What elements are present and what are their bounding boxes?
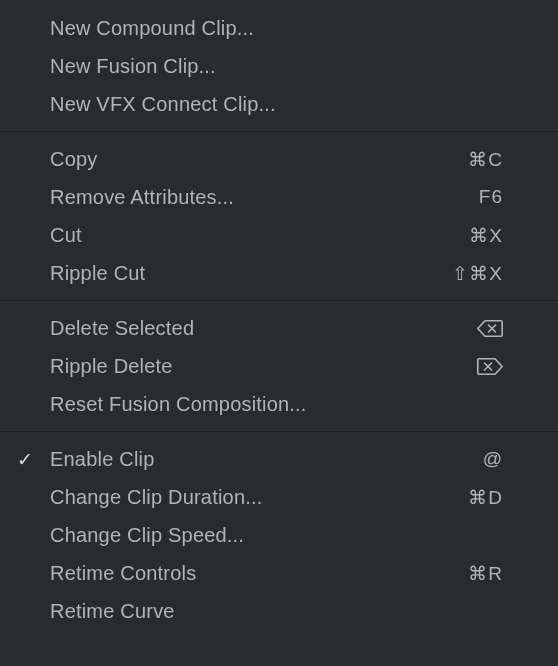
menu-item-label: Copy (50, 148, 433, 171)
menu-item[interactable]: Retime Controls⌘R (0, 554, 558, 592)
context-menu: New Compound Clip...New Fusion Clip...Ne… (0, 0, 558, 639)
menu-item[interactable]: New VFX Connect Clip... (0, 85, 558, 123)
menu-item-label: New Fusion Clip... (50, 55, 433, 78)
backspace-icon (477, 320, 503, 337)
menu-item-label: Remove Attributes... (50, 186, 433, 209)
menu-item-label: New Compound Clip... (50, 17, 433, 40)
menu-item[interactable]: Copy⌘C (0, 140, 558, 178)
menu-item-shortcut: ⌘X (433, 224, 503, 247)
menu-item-label: Enable Clip (50, 448, 433, 471)
menu-item-shortcut (433, 320, 503, 337)
menu-item[interactable]: Cut⌘X (0, 216, 558, 254)
forward-delete-icon (477, 358, 503, 375)
menu-item-label: Retime Controls (50, 562, 433, 585)
menu-item[interactable]: ✓Enable Clip@ (0, 440, 558, 478)
checkmark-icon: ✓ (0, 448, 50, 471)
menu-item-label: Change Clip Duration... (50, 486, 433, 509)
menu-item-label: Ripple Cut (50, 262, 433, 285)
menu-item[interactable]: Reset Fusion Composition... (0, 385, 558, 423)
menu-item-shortcut: F6 (433, 186, 503, 208)
menu-item[interactable]: Ripple Cut⇧⌘X (0, 254, 558, 292)
menu-item[interactable]: Ripple Delete (0, 347, 558, 385)
menu-item-label: Ripple Delete (50, 355, 433, 378)
menu-item-label: Delete Selected (50, 317, 433, 340)
menu-separator (0, 431, 558, 432)
menu-item[interactable]: Delete Selected (0, 309, 558, 347)
menu-item-shortcut: ⌘R (433, 562, 503, 585)
menu-item[interactable]: Change Clip Speed... (0, 516, 558, 554)
menu-item-shortcut: ⌘C (433, 148, 503, 171)
menu-item[interactable]: Change Clip Duration...⌘D (0, 478, 558, 516)
menu-item-label: Change Clip Speed... (50, 524, 433, 547)
menu-item-label: Cut (50, 224, 433, 247)
menu-item-shortcut: ⌘D (433, 486, 503, 509)
menu-item-shortcut (433, 358, 503, 375)
menu-item[interactable]: New Compound Clip... (0, 9, 558, 47)
menu-item[interactable]: Remove Attributes...F6 (0, 178, 558, 216)
menu-item-label: Reset Fusion Composition... (50, 393, 433, 416)
menu-separator (0, 300, 558, 301)
menu-item-shortcut: @ (433, 448, 503, 470)
menu-item-label: New VFX Connect Clip... (50, 93, 433, 116)
menu-separator (0, 131, 558, 132)
menu-item-label: Retime Curve (50, 600, 433, 623)
menu-item-shortcut: ⇧⌘X (433, 262, 503, 285)
menu-item[interactable]: New Fusion Clip... (0, 47, 558, 85)
menu-item[interactable]: Retime Curve (0, 592, 558, 630)
